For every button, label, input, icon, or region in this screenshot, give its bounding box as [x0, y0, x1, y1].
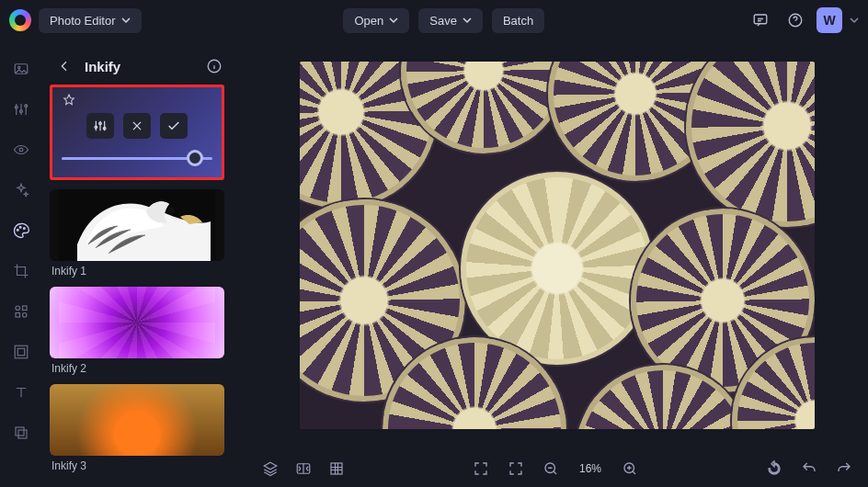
- feedback-icon[interactable]: [747, 6, 774, 34]
- preset-thumb[interactable]: [50, 287, 224, 358]
- rail-sparkle-icon[interactable]: [7, 176, 35, 204]
- svg-rect-16: [17, 348, 25, 356]
- apply-button[interactable]: [160, 113, 188, 139]
- svg-point-3: [18, 66, 20, 68]
- rail-elements-icon[interactable]: [7, 298, 35, 325]
- reset-button[interactable]: [763, 458, 785, 480]
- save-button[interactable]: Save: [418, 8, 483, 33]
- grid-button[interactable]: [326, 458, 348, 480]
- canvas-area: [246, 40, 868, 450]
- effects-panel: Inkify: [42, 40, 237, 487]
- back-button[interactable]: [53, 55, 75, 77]
- fullscreen-button[interactable]: [470, 458, 492, 480]
- svg-point-7: [19, 148, 23, 152]
- svg-rect-12: [23, 306, 28, 311]
- canvas[interactable]: [300, 62, 815, 429]
- app-logo-icon: [9, 9, 31, 31]
- favorite-star-icon[interactable]: [62, 93, 76, 108]
- info-icon[interactable]: [204, 56, 224, 76]
- preset-thumb[interactable]: [50, 384, 224, 456]
- active-effect-card: [50, 85, 224, 180]
- svg-point-11: [16, 306, 20, 311]
- preset-label: Inkify 3: [50, 459, 224, 472]
- svg-point-10: [24, 228, 26, 230]
- topbar: Photo Editor Open Save Batch W: [0, 0, 868, 40]
- preset-label: Inkify 1: [50, 265, 224, 277]
- svg-point-14: [23, 313, 28, 318]
- preset-label: Inkify 2: [50, 362, 224, 375]
- bottombar: 16%: [246, 450, 868, 487]
- rail-eye-icon[interactable]: [7, 136, 35, 164]
- app-name: Photo Editor: [50, 14, 116, 28]
- cancel-button[interactable]: [123, 113, 151, 139]
- panel-title: Inkify: [85, 59, 120, 74]
- rail-text-icon[interactable]: [7, 379, 35, 406]
- rail-palette-icon[interactable]: [7, 217, 35, 244]
- svg-rect-17: [16, 427, 24, 436]
- zoom-in-button[interactable]: [619, 458, 641, 480]
- undo-button[interactable]: [798, 458, 820, 480]
- compare-button[interactable]: [292, 458, 314, 480]
- redo-button[interactable]: [833, 458, 855, 480]
- tool-rail: [0, 40, 42, 487]
- app-switcher[interactable]: Photo Editor: [39, 8, 142, 33]
- panel-scroll[interactable]: Inkify 1 Inkify 2 Inkify 3: [50, 85, 232, 487]
- svg-rect-13: [16, 313, 20, 318]
- batch-button[interactable]: Batch: [492, 8, 544, 33]
- preset-card: Inkify 1: [50, 189, 224, 277]
- open-button[interactable]: Open: [343, 8, 409, 33]
- zoom-out-button[interactable]: [540, 458, 562, 480]
- slider-thumb[interactable]: [187, 150, 203, 166]
- rail-layers-icon[interactable]: [7, 419, 35, 447]
- svg-rect-25: [331, 463, 342, 474]
- effect-settings-button[interactable]: [86, 113, 114, 139]
- avatar[interactable]: W: [817, 7, 842, 33]
- svg-rect-18: [18, 430, 27, 438]
- zoom-percentage: 16%: [575, 462, 606, 475]
- svg-point-8: [17, 229, 18, 231]
- account-menu-caret[interactable]: [850, 16, 859, 25]
- layers-button[interactable]: [259, 458, 281, 480]
- rail-image-icon[interactable]: [7, 55, 35, 83]
- fit-button[interactable]: [505, 458, 527, 480]
- rail-crop-icon[interactable]: [7, 257, 35, 285]
- chevron-down-icon: [463, 16, 472, 25]
- intensity-slider[interactable]: [62, 150, 212, 166]
- svg-rect-15: [15, 345, 28, 358]
- panel-header: Inkify: [50, 48, 228, 85]
- preset-card: Inkify 3: [50, 384, 224, 472]
- preset-card: Inkify 2: [50, 287, 224, 375]
- chevron-down-icon: [121, 16, 131, 25]
- rail-frame-icon[interactable]: [7, 338, 35, 366]
- chevron-down-icon: [389, 16, 398, 25]
- svg-point-9: [19, 226, 21, 228]
- help-icon[interactable]: [782, 6, 809, 34]
- preset-thumb[interactable]: [50, 189, 224, 261]
- rail-adjust-icon[interactable]: [7, 96, 35, 123]
